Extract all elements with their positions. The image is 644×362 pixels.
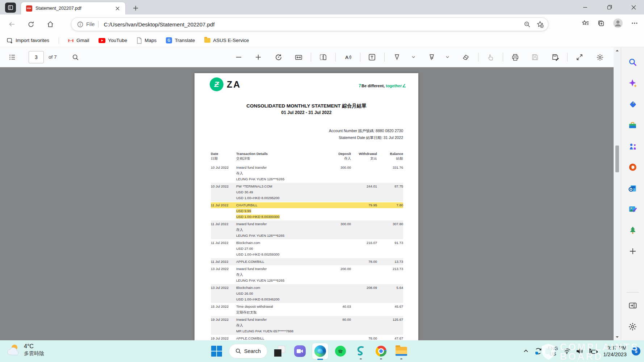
sidebar-panel-icon[interactable] bbox=[626, 298, 640, 313]
start-button[interactable] bbox=[209, 343, 225, 359]
home-icon[interactable] bbox=[44, 18, 57, 30]
transaction-row: 11 Jul 2022Blockchain.comUSD 27.00USD 1.… bbox=[211, 239, 403, 258]
tray-sync-icon[interactable] bbox=[534, 347, 543, 355]
transaction-row: 10 Jul 2022Inward fund transfer存入LEUNG P… bbox=[211, 164, 403, 183]
transaction-withdrawal bbox=[351, 317, 377, 334]
fullscreen-icon[interactable] bbox=[574, 51, 585, 63]
favorite-import[interactable]: Import favorites bbox=[7, 37, 49, 44]
window-close-button[interactable] bbox=[625, 0, 642, 14]
page-view-icon[interactable] bbox=[317, 51, 329, 63]
zoom-in-button[interactable] bbox=[252, 51, 264, 63]
wifi-icon[interactable] bbox=[563, 348, 571, 355]
favorite-maps[interactable]: Maps bbox=[137, 37, 156, 44]
transaction-withdrawal: 244.01 bbox=[351, 184, 377, 201]
page-number-input[interactable] bbox=[29, 51, 44, 63]
sidebar-designer-icon[interactable] bbox=[626, 202, 640, 216]
sidebar-outlook-icon[interactable] bbox=[626, 181, 640, 195]
highlighter-icon[interactable] bbox=[426, 51, 438, 63]
add-favorite-icon[interactable] bbox=[536, 21, 544, 28]
transaction-deposit bbox=[325, 285, 351, 302]
sidebar-games-icon[interactable] bbox=[626, 139, 640, 153]
favorite-asus-eservice[interactable]: ASUS E-Service bbox=[204, 38, 249, 43]
sidebar-search-icon[interactable] bbox=[626, 55, 640, 70]
window-restore-button[interactable] bbox=[601, 0, 618, 14]
favorite-gmail[interactable]: Gmail bbox=[68, 38, 89, 43]
pdf-search-icon[interactable] bbox=[70, 51, 81, 63]
pdf-scrollbar[interactable] bbox=[614, 47, 621, 340]
statement-date-line: Statement Date 結單日期: 31 Jul 2022 bbox=[329, 134, 403, 141]
zoom-out-icon[interactable] bbox=[524, 21, 531, 28]
read-aloud-icon[interactable]: A bbox=[342, 51, 354, 63]
transaction-details: PW *TERMINAL3.COMUSD 30.49USD 1.00=HKD 8… bbox=[236, 184, 325, 201]
sidebar-office-icon[interactable] bbox=[626, 160, 640, 174]
tray-language[interactable]: ENGUS bbox=[548, 346, 558, 357]
taskbar-app-edge[interactable] bbox=[312, 343, 328, 359]
browser-tab[interactable]: PDF Statement_202207.pdf bbox=[21, 2, 125, 14]
sidebar-add-icon[interactable] bbox=[626, 244, 640, 258]
info-icon[interactable] bbox=[77, 21, 83, 28]
favorites-icon[interactable] bbox=[582, 20, 589, 27]
sidebar-copilot-icon[interactable] bbox=[626, 76, 640, 90]
taskbar-search[interactable]: Search bbox=[229, 344, 267, 358]
snip-icon bbox=[274, 346, 285, 357]
taskbar-app-teams[interactable] bbox=[292, 343, 308, 359]
toc-icon[interactable] bbox=[7, 51, 18, 63]
rotate-icon[interactable] bbox=[273, 51, 284, 63]
tray-chevron-icon[interactable] bbox=[523, 348, 529, 354]
tab-close-icon[interactable] bbox=[113, 4, 122, 13]
taskbar-app-chrome[interactable] bbox=[373, 343, 389, 359]
browser-menu-icon[interactable] bbox=[631, 20, 638, 27]
scroll-up-icon[interactable] bbox=[614, 47, 621, 54]
divider bbox=[627, 292, 639, 292]
favorite-youtube[interactable]: YouTube bbox=[99, 38, 127, 43]
transaction-balance: 125.67 bbox=[377, 317, 403, 334]
taskbar-app-surfshark[interactable] bbox=[353, 343, 369, 359]
highlighter-dropdown-icon[interactable] bbox=[446, 55, 449, 59]
save-as-icon[interactable] bbox=[549, 51, 561, 63]
statement-period: 01 Jul 2022 - 31 Jul 2022 bbox=[195, 110, 418, 115]
url-text[interactable]: C:/Users/Ivan/Desktop/Statement_202207.p… bbox=[104, 21, 524, 28]
print-icon[interactable] bbox=[509, 51, 521, 63]
taskbar-app-spotify[interactable] bbox=[333, 343, 348, 359]
save-icon[interactable] bbox=[529, 51, 541, 63]
transaction-row: 19 Jul 2022APPLE.COM/BILL78.0047.67 bbox=[211, 335, 403, 340]
add-text-icon[interactable] bbox=[366, 51, 378, 63]
taskbar-app-explorer[interactable] bbox=[393, 343, 409, 359]
hand-tool-icon[interactable] bbox=[485, 51, 497, 63]
address-bar[interactable]: File C:/Users/Ivan/Desktop/Statement_202… bbox=[71, 17, 548, 31]
refresh-icon[interactable] bbox=[25, 18, 37, 30]
window-minimize-button[interactable] bbox=[577, 0, 593, 14]
fit-width-icon[interactable] bbox=[293, 51, 304, 63]
taskbar-weather-widget[interactable]: 4°C 多雲時陰 bbox=[6, 343, 44, 357]
sidebar-tools-icon[interactable] bbox=[626, 118, 640, 132]
detail-line: USD 1.00=HKD 8.00300300 bbox=[236, 214, 325, 220]
transaction-withdrawal: 78.00 bbox=[351, 259, 377, 265]
transaction-row: 13 Jul 2022Blockchain.comUSD 26.00USD 1.… bbox=[211, 284, 403, 303]
pdf-viewport[interactable]: Ƶ ZA 7 Be different, together ∠ CONSOLID… bbox=[0, 67, 614, 340]
draw-pen-icon[interactable] bbox=[391, 51, 403, 63]
draw-pen-dropdown-icon[interactable] bbox=[411, 55, 415, 59]
sidebar-tree-icon[interactable] bbox=[626, 223, 640, 237]
sidebar-settings-icon[interactable] bbox=[626, 319, 640, 334]
favorite-translate[interactable]: G Translate bbox=[166, 37, 195, 43]
tray-clock[interactable]: 9:37 PM 1/24/2023 bbox=[603, 345, 627, 358]
volume-icon[interactable] bbox=[576, 348, 584, 355]
detail-line: Time deposit withdrawal bbox=[236, 304, 325, 310]
collections-icon[interactable] bbox=[597, 20, 605, 27]
transaction-details: Inward fund transfer存入LEUNG PAK YUEN 126… bbox=[236, 266, 325, 283]
scroll-down-icon[interactable] bbox=[614, 334, 621, 340]
scrollbar-thumb[interactable] bbox=[615, 146, 619, 172]
sidebar-shopping-icon[interactable] bbox=[626, 97, 640, 111]
taskbar-app-snip[interactable] bbox=[272, 343, 288, 359]
transaction-details: Inward fund transfer存入MR LEUNG PAK YUEN … bbox=[236, 317, 325, 334]
profile-avatar[interactable] bbox=[613, 18, 623, 28]
zoom-out-button[interactable] bbox=[233, 51, 244, 63]
workspaces-icon[interactable] bbox=[5, 3, 16, 13]
pdf-settings-icon[interactable] bbox=[594, 51, 606, 63]
eraser-icon[interactable] bbox=[460, 51, 472, 63]
new-tab-button[interactable] bbox=[131, 4, 140, 12]
back-icon[interactable] bbox=[6, 18, 18, 30]
battery-pen-icon[interactable] bbox=[589, 348, 598, 355]
notification-badge[interactable]: 5 bbox=[632, 347, 640, 355]
search-label: Search bbox=[244, 348, 261, 354]
